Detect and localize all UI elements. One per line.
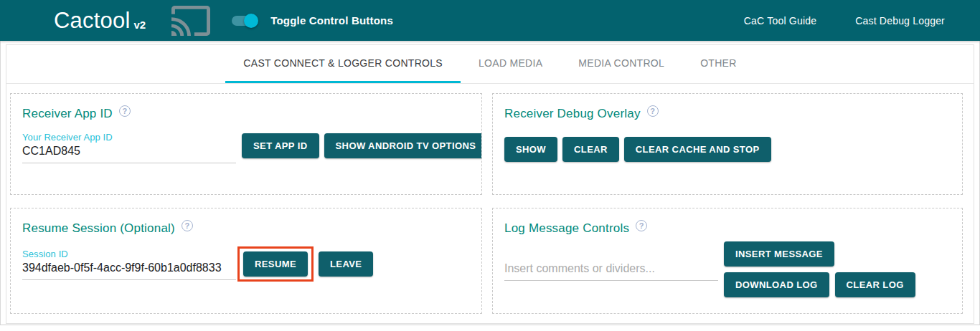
help-icon[interactable]: ? xyxy=(636,220,647,231)
tab-media-control[interactable]: MEDIA CONTROL xyxy=(560,45,682,83)
clear-overlay-button[interactable]: CLEAR xyxy=(562,137,619,162)
page-frame: CAST CONNECT & LOGGER CONTROLS LOAD MEDI… xyxy=(0,41,980,325)
help-icon[interactable]: ? xyxy=(182,220,193,231)
link-cast-debug-logger[interactable]: Cast Debug Logger xyxy=(855,15,945,27)
app-header: Cactool v2 Toggle Control Buttons CaC To… xyxy=(0,0,980,41)
toggle-thumb xyxy=(244,14,258,28)
log-message-input[interactable] xyxy=(504,260,718,281)
clear-cache-and-stop-button[interactable]: CLEAR CACHE AND STOP xyxy=(624,137,771,162)
content-card: CAST CONNECT & LOGGER CONTROLS LOAD MEDI… xyxy=(6,44,974,324)
clear-log-button[interactable]: CLEAR LOG xyxy=(835,272,915,297)
panels-grid: Receiver App ID ? Your Receiver App ID S… xyxy=(6,84,974,314)
panel-receiver-debug-overlay: Receiver Debug Overlay ? SHOW CLEAR CLEA… xyxy=(492,93,963,195)
tab-cast-connect-logger-controls[interactable]: CAST CONNECT & LOGGER CONTROLS xyxy=(225,45,461,83)
panel-title: Resume Session (Optional) xyxy=(22,221,175,236)
tab-other[interactable]: OTHER xyxy=(682,45,755,83)
panel-title: Receiver App ID xyxy=(22,107,113,121)
header-nav: CaC Tool Guide Cast Debug Logger xyxy=(744,15,945,27)
field-label: Your Receiver App ID xyxy=(22,132,236,143)
resume-button[interactable]: RESUME xyxy=(243,251,308,277)
toggle-label: Toggle Control Buttons xyxy=(270,14,393,27)
app-title: Cactool v2 xyxy=(54,8,146,34)
field-label: Session ID xyxy=(22,249,236,259)
panel-receiver-app-id: Receiver App ID ? Your Receiver App ID S… xyxy=(10,93,482,195)
receiver-app-id-field: Your Receiver App ID xyxy=(22,132,236,163)
show-overlay-button[interactable]: SHOW xyxy=(504,137,557,162)
tab-bar: CAST CONNECT & LOGGER CONTROLS LOAD MEDI… xyxy=(6,45,974,84)
help-icon[interactable]: ? xyxy=(119,105,131,117)
link-cac-tool-guide[interactable]: CaC Tool Guide xyxy=(744,15,816,27)
control-buttons-toggle[interactable] xyxy=(232,14,258,28)
resume-button-highlight: RESUME xyxy=(237,246,314,282)
panel-resume-session: Resume Session (Optional) ? Session ID R… xyxy=(10,208,482,314)
receiver-app-id-input[interactable] xyxy=(22,143,236,163)
download-log-button[interactable]: DOWNLOAD LOG xyxy=(724,272,829,297)
app-version: v2 xyxy=(134,19,146,34)
leave-button[interactable]: LEAVE xyxy=(319,251,373,277)
panel-log-message-controls: Log Message Controls ? INSERT MESSAGE DO… xyxy=(492,208,963,314)
session-id-field: Session ID xyxy=(22,249,236,280)
log-message-field xyxy=(504,260,718,281)
panel-title: Receiver Debug Overlay xyxy=(504,107,641,121)
show-android-tv-options-button[interactable]: SHOW ANDROID TV OPTIONS xyxy=(324,133,482,158)
help-icon[interactable]: ? xyxy=(647,105,659,117)
app-title-text: Cactool xyxy=(54,8,131,34)
tab-load-media[interactable]: LOAD MEDIA xyxy=(461,45,560,83)
session-id-input[interactable] xyxy=(22,259,236,280)
insert-message-button[interactable]: INSERT MESSAGE xyxy=(724,241,834,267)
set-app-id-button[interactable]: SET APP ID xyxy=(242,133,319,158)
cast-icon xyxy=(171,6,210,36)
panel-title: Log Message Controls xyxy=(504,221,629,236)
